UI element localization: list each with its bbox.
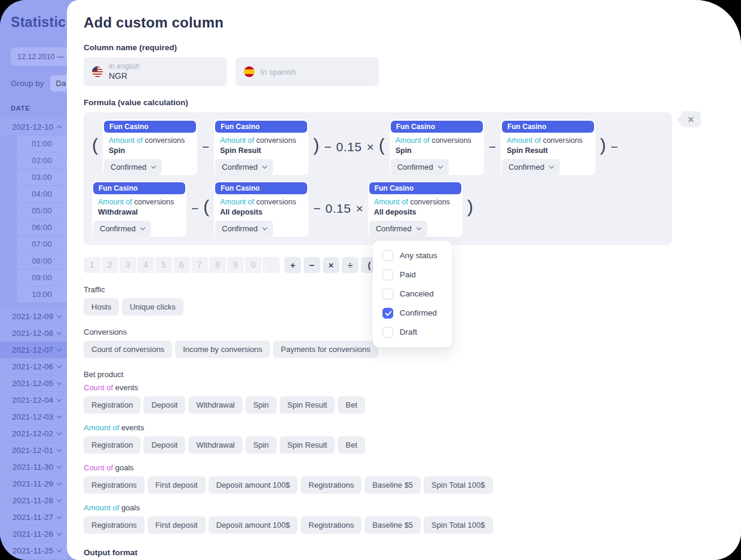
status-option[interactable]: Draft: [373, 323, 452, 342]
goal-chip[interactable]: Registrations: [84, 476, 145, 494]
status-option[interactable]: Canceled: [373, 284, 452, 304]
chip-project: Fun Casino: [391, 121, 483, 133]
clear-formula-button[interactable]: ✕: [681, 111, 701, 127]
chip-event: All deposits: [220, 207, 302, 218]
event-chip[interactable]: Deposit: [143, 436, 185, 454]
checkbox-icon[interactable]: [382, 270, 393, 280]
goal-chip[interactable]: Spin Total 100$: [424, 516, 492, 534]
goal-chip[interactable]: Registrations: [301, 516, 362, 534]
chevron-down-icon: [57, 313, 62, 318]
minus-key[interactable]: −: [304, 257, 320, 273]
status-select[interactable]: Confirmed: [215, 221, 273, 237]
chip-project: Fun Casino: [104, 121, 196, 133]
plus-key[interactable]: +: [284, 257, 301, 273]
event-chip[interactable]: Withdrawal: [188, 396, 242, 414]
status-select-open[interactable]: Confirmed: [369, 221, 427, 237]
digit-key[interactable]: 0: [245, 257, 262, 273]
status-option-checked[interactable]: Confirmed: [373, 304, 452, 323]
column-name-input-english[interactable]: In english NGR: [84, 57, 227, 86]
date-row: 2021-11-28: [0, 492, 67, 509]
metric-chip[interactable]: Count of conversions: [84, 341, 172, 358]
status-select[interactable]: Confirmed: [215, 159, 273, 175]
metric-chip[interactable]: Unique clicks: [122, 298, 183, 316]
chevron-down-icon: [57, 330, 62, 335]
status-select[interactable]: Confirmed: [104, 159, 162, 175]
checkbox-icon[interactable]: [382, 250, 393, 261]
add-custom-column-modal: Add custom column Column name (required)…: [67, 0, 741, 560]
digit-key[interactable]: 6: [173, 257, 190, 273]
goal-chip[interactable]: Spin Total 100$: [424, 476, 492, 494]
goal-chip[interactable]: Baseline $5: [365, 476, 421, 494]
event-chip[interactable]: Spin Result: [280, 436, 335, 454]
status-option[interactable]: Any status: [373, 246, 452, 265]
close-icon: ✕: [687, 115, 694, 124]
formula-chip[interactable]: Fun Casino Amount of conversions Spin Co…: [390, 120, 484, 175]
checkbox-checked-icon[interactable]: [382, 308, 393, 319]
goal-chip[interactable]: Deposit amount 100$: [209, 476, 298, 494]
goal-chip[interactable]: Deposit amount 100$: [209, 516, 298, 534]
digit-key[interactable]: 7: [191, 257, 208, 273]
digit-key[interactable]: 1: [84, 257, 100, 273]
digit-key[interactable]: 5: [155, 257, 172, 273]
digit-key[interactable]: 8: [209, 257, 226, 273]
metric-chip[interactable]: Hosts: [84, 298, 119, 316]
chevron-down-icon: [57, 481, 62, 485]
hour-row: 06:00: [17, 219, 67, 235]
divide-key[interactable]: ÷: [342, 257, 359, 273]
event-chip[interactable]: Deposit: [143, 396, 185, 414]
column-name-input-spanish[interactable]: In spanish: [235, 57, 379, 86]
goal-chip[interactable]: Registrations: [84, 516, 145, 534]
date-row: 2021-12-06: [0, 359, 67, 375]
formula-chip[interactable]: Fun Casino Amount of conversions All dep…: [214, 181, 308, 237]
digit-key[interactable]: 9: [227, 257, 244, 273]
chevron-down-icon: [140, 225, 145, 229]
digit-key[interactable]: 2: [102, 257, 118, 273]
event-chip[interactable]: Spin: [246, 396, 277, 414]
event-chip[interactable]: Spin Result: [280, 396, 335, 414]
goal-chip[interactable]: First deposit: [148, 476, 206, 494]
close-paren: ): [600, 136, 606, 158]
event-chip[interactable]: Bet: [338, 436, 365, 454]
status-option[interactable]: Paid: [373, 265, 452, 284]
coefficient: 0.15: [326, 201, 351, 216]
goal-chip[interactable]: Registrations: [301, 476, 362, 494]
chip-event: Spin Result: [220, 146, 302, 156]
formula-chip[interactable]: Fun Casino Amount of conversions Withdra…: [92, 181, 186, 237]
amount-of-events-label: Amount of events: [84, 423, 741, 432]
formula-chip[interactable]: Fun Casino Amount of conversions Spin Co…: [103, 120, 197, 175]
chip-prefix: Amount of: [220, 136, 254, 145]
formula-chip[interactable]: Fun Casino Amount of conversions Spin Re…: [501, 120, 595, 175]
hour-row: 10:00: [17, 286, 67, 302]
status-select[interactable]: Confirmed: [502, 159, 560, 175]
goal-chip[interactable]: First deposit: [148, 516, 206, 534]
chevron-down-icon: [57, 447, 62, 452]
chevron-down-icon: [262, 164, 267, 169]
event-chip[interactable]: Registration: [84, 396, 140, 414]
event-chip[interactable]: Spin: [246, 436, 277, 454]
date-row-selected: 2021-12-07: [0, 342, 67, 358]
english-placeholder: In english: [109, 62, 139, 71]
formula-chip-with-open-dropdown[interactable]: Fun Casino Amount of conversions All dep…: [368, 181, 463, 237]
digit-key[interactable]: 4: [137, 257, 154, 273]
status-select[interactable]: Confirmed: [93, 221, 151, 237]
checkbox-icon[interactable]: [382, 289, 393, 299]
date-row: 2021-12-05: [0, 375, 67, 391]
event-chip[interactable]: Registration: [84, 436, 140, 454]
decimal-key[interactable]: .: [263, 257, 280, 273]
date-row: 2021-11-26: [0, 526, 67, 542]
digit-keys: 1 2 3 4 5 6 7 8 9 0 .: [84, 257, 280, 273]
event-chip[interactable]: Withdrawal: [188, 436, 242, 454]
event-chip[interactable]: Bet: [338, 396, 365, 414]
minus-op: −: [202, 140, 209, 154]
modal-backdrop[interactable]: Statistic 12.12.2010 — 1 Group by Da DAT…: [0, 0, 67, 560]
metric-chip[interactable]: Payments for conversions: [273, 341, 378, 358]
digit-key[interactable]: 3: [120, 257, 136, 273]
modal-title: Add custom column: [84, 14, 741, 31]
multiply-key[interactable]: ×: [323, 257, 339, 273]
formula-chip[interactable]: Fun Casino Amount of conversions Spin Re…: [214, 120, 308, 175]
chevron-down-icon: [57, 547, 62, 552]
checkbox-icon[interactable]: [382, 327, 393, 338]
status-select[interactable]: Confirmed: [391, 159, 449, 175]
metric-chip[interactable]: Income by conversions: [175, 341, 270, 358]
goal-chip[interactable]: Baseline $5: [365, 516, 421, 534]
